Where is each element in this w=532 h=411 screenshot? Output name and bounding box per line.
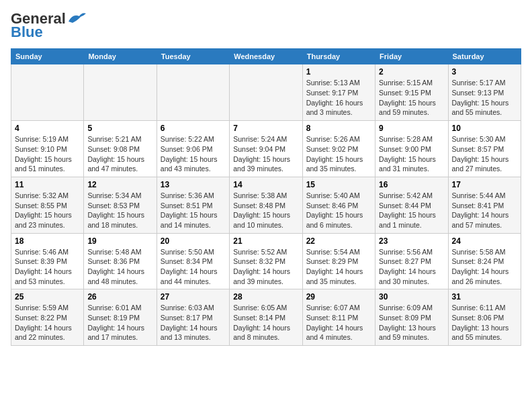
day-number: 26 xyxy=(87,292,152,302)
calendar-cell: 19Sunrise: 5:48 AMSunset: 8:36 PMDayligh… xyxy=(84,233,157,289)
day-number: 2 xyxy=(379,67,444,77)
day-info: Sunrise: 5:46 AMSunset: 8:39 PMDaylight:… xyxy=(15,247,80,287)
day-info: Sunrise: 5:50 AMSunset: 8:34 PMDaylight:… xyxy=(161,247,226,287)
day-info: Sunrise: 5:56 AMSunset: 8:27 PMDaylight:… xyxy=(379,247,444,287)
page-header: General Blue xyxy=(11,11,521,40)
calendar-cell: 13Sunrise: 5:36 AMSunset: 8:51 PMDayligh… xyxy=(157,177,229,233)
weekday-header-wednesday: Wednesday xyxy=(230,49,302,64)
calendar-cell xyxy=(84,64,157,121)
day-number: 17 xyxy=(452,180,517,189)
calendar-cell: 8Sunrise: 5:26 AMSunset: 9:02 PMDaylight… xyxy=(302,121,375,177)
day-info: Sunrise: 5:34 AMSunset: 8:53 PMDaylight:… xyxy=(87,191,152,230)
day-info: Sunrise: 6:11 AMSunset: 8:06 PMDaylight:… xyxy=(452,303,517,342)
calendar-cell: 21Sunrise: 5:52 AMSunset: 8:32 PMDayligh… xyxy=(230,233,302,289)
day-number: 21 xyxy=(233,236,298,246)
calendar-cell: 26Sunrise: 6:01 AMSunset: 8:19 PMDayligh… xyxy=(84,289,157,346)
day-info: Sunrise: 6:09 AMSunset: 8:09 PMDaylight:… xyxy=(379,303,444,342)
calendar-cell: 2Sunrise: 5:15 AMSunset: 9:15 PMDaylight… xyxy=(375,64,448,121)
calendar-cell: 17Sunrise: 5:44 AMSunset: 8:41 PMDayligh… xyxy=(448,177,521,233)
day-number: 12 xyxy=(87,180,152,189)
day-info: Sunrise: 5:19 AMSunset: 9:10 PMDaylight:… xyxy=(15,134,80,174)
calendar-week-4: 18Sunrise: 5:46 AMSunset: 8:39 PMDayligh… xyxy=(11,233,521,289)
calendar-header: SundayMondayTuesdayWednesdayThursdayFrid… xyxy=(11,49,521,64)
day-info: Sunrise: 5:32 AMSunset: 8:55 PMDaylight:… xyxy=(15,191,80,230)
day-number: 8 xyxy=(306,124,371,133)
day-info: Sunrise: 5:13 AMSunset: 9:17 PMDaylight:… xyxy=(306,78,371,118)
calendar-cell: 11Sunrise: 5:32 AMSunset: 8:55 PMDayligh… xyxy=(11,177,84,233)
logo-blue: Blue xyxy=(11,24,43,40)
calendar-cell: 24Sunrise: 5:58 AMSunset: 8:24 PMDayligh… xyxy=(448,233,521,289)
day-info: Sunrise: 5:59 AMSunset: 8:22 PMDaylight:… xyxy=(15,303,80,342)
day-info: Sunrise: 5:58 AMSunset: 8:24 PMDaylight:… xyxy=(452,247,517,287)
day-number: 19 xyxy=(87,236,152,246)
weekday-header-thursday: Thursday xyxy=(302,49,375,64)
weekday-header-monday: Monday xyxy=(84,49,157,64)
calendar-cell: 22Sunrise: 5:54 AMSunset: 8:29 PMDayligh… xyxy=(302,233,375,289)
day-number: 24 xyxy=(452,236,517,246)
calendar-cell: 28Sunrise: 6:05 AMSunset: 8:14 PMDayligh… xyxy=(230,289,302,346)
calendar-cell: 18Sunrise: 5:46 AMSunset: 8:39 PMDayligh… xyxy=(11,233,84,289)
calendar-cell: 12Sunrise: 5:34 AMSunset: 8:53 PMDayligh… xyxy=(84,177,157,233)
calendar-cell: 29Sunrise: 6:07 AMSunset: 8:11 PMDayligh… xyxy=(302,289,375,346)
day-number: 15 xyxy=(306,180,371,189)
day-number: 11 xyxy=(15,180,80,189)
calendar-table: SundayMondayTuesdayWednesdayThursdayFrid… xyxy=(11,48,521,346)
calendar-cell: 23Sunrise: 5:56 AMSunset: 8:27 PMDayligh… xyxy=(375,233,448,289)
calendar-cell: 16Sunrise: 5:42 AMSunset: 8:44 PMDayligh… xyxy=(375,177,448,233)
day-info: Sunrise: 5:24 AMSunset: 9:04 PMDaylight:… xyxy=(233,134,298,174)
day-info: Sunrise: 5:42 AMSunset: 8:44 PMDaylight:… xyxy=(379,191,444,230)
day-info: Sunrise: 5:48 AMSunset: 8:36 PMDaylight:… xyxy=(87,247,152,287)
day-number: 27 xyxy=(161,292,226,302)
day-info: Sunrise: 5:26 AMSunset: 9:02 PMDaylight:… xyxy=(306,134,371,174)
day-number: 18 xyxy=(15,236,80,246)
day-info: Sunrise: 6:07 AMSunset: 8:11 PMDaylight:… xyxy=(306,303,371,342)
calendar-week-3: 11Sunrise: 5:32 AMSunset: 8:55 PMDayligh… xyxy=(11,177,521,233)
day-number: 1 xyxy=(306,67,371,77)
calendar-cell: 20Sunrise: 5:50 AMSunset: 8:34 PMDayligh… xyxy=(157,233,229,289)
calendar-cell xyxy=(11,64,84,121)
day-number: 6 xyxy=(161,124,226,133)
day-info: Sunrise: 5:36 AMSunset: 8:51 PMDaylight:… xyxy=(161,191,226,230)
calendar-cell: 7Sunrise: 5:24 AMSunset: 9:04 PMDaylight… xyxy=(230,121,302,177)
calendar-cell: 4Sunrise: 5:19 AMSunset: 9:10 PMDaylight… xyxy=(11,121,84,177)
calendar-cell: 9Sunrise: 5:28 AMSunset: 9:00 PMDaylight… xyxy=(375,121,448,177)
logo: General Blue xyxy=(11,11,87,40)
calendar-cell: 25Sunrise: 5:59 AMSunset: 8:22 PMDayligh… xyxy=(11,289,84,346)
calendar-cell: 27Sunrise: 6:03 AMSunset: 8:17 PMDayligh… xyxy=(157,289,229,346)
calendar-cell xyxy=(230,64,302,121)
calendar-week-2: 4Sunrise: 5:19 AMSunset: 9:10 PMDaylight… xyxy=(11,121,521,177)
calendar-cell: 10Sunrise: 5:30 AMSunset: 8:57 PMDayligh… xyxy=(448,121,521,177)
calendar-week-5: 25Sunrise: 5:59 AMSunset: 8:22 PMDayligh… xyxy=(11,289,521,346)
day-number: 3 xyxy=(452,67,517,77)
calendar-cell: 14Sunrise: 5:38 AMSunset: 8:48 PMDayligh… xyxy=(230,177,302,233)
calendar-cell: 6Sunrise: 5:22 AMSunset: 9:06 PMDaylight… xyxy=(157,121,229,177)
day-number: 5 xyxy=(87,124,152,133)
calendar-cell: 15Sunrise: 5:40 AMSunset: 8:46 PMDayligh… xyxy=(302,177,375,233)
day-info: Sunrise: 5:15 AMSunset: 9:15 PMDaylight:… xyxy=(379,78,444,118)
day-info: Sunrise: 6:01 AMSunset: 8:19 PMDaylight:… xyxy=(87,303,152,342)
day-number: 30 xyxy=(379,292,444,302)
day-number: 14 xyxy=(233,180,298,189)
day-number: 31 xyxy=(452,292,517,302)
day-info: Sunrise: 5:54 AMSunset: 8:29 PMDaylight:… xyxy=(306,247,371,287)
weekday-header-friday: Friday xyxy=(375,49,448,64)
calendar-cell xyxy=(157,64,229,121)
day-number: 23 xyxy=(379,236,444,246)
day-info: Sunrise: 5:40 AMSunset: 8:46 PMDaylight:… xyxy=(306,191,371,230)
logo-bird-icon xyxy=(67,11,87,26)
calendar-body: 1Sunrise: 5:13 AMSunset: 9:17 PMDaylight… xyxy=(11,64,521,346)
day-number: 20 xyxy=(161,236,226,246)
day-number: 16 xyxy=(379,180,444,189)
day-info: Sunrise: 5:52 AMSunset: 8:32 PMDaylight:… xyxy=(233,247,298,287)
calendar-week-1: 1Sunrise: 5:13 AMSunset: 9:17 PMDaylight… xyxy=(11,64,521,121)
day-info: Sunrise: 5:44 AMSunset: 8:41 PMDaylight:… xyxy=(452,191,517,230)
day-number: 10 xyxy=(452,124,517,133)
calendar-cell: 31Sunrise: 6:11 AMSunset: 8:06 PMDayligh… xyxy=(448,289,521,346)
day-number: 7 xyxy=(233,124,298,133)
calendar-cell: 5Sunrise: 5:21 AMSunset: 9:08 PMDaylight… xyxy=(84,121,157,177)
day-number: 4 xyxy=(15,124,80,133)
day-number: 13 xyxy=(161,180,226,189)
day-number: 28 xyxy=(233,292,298,302)
day-info: Sunrise: 5:38 AMSunset: 8:48 PMDaylight:… xyxy=(233,191,298,230)
day-info: Sunrise: 5:28 AMSunset: 9:00 PMDaylight:… xyxy=(379,134,444,174)
